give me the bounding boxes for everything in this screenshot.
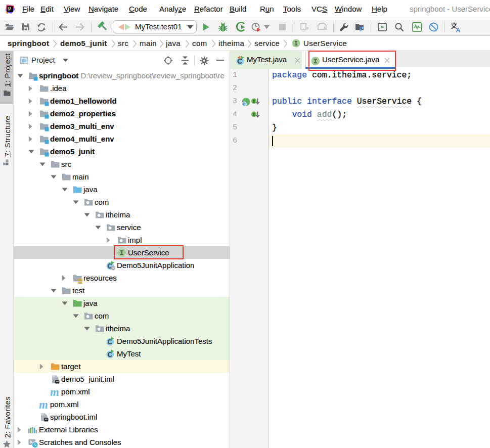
svg-text:m: m (51, 387, 59, 397)
svg-text:m: m (39, 400, 48, 410)
svg-text:IJ: IJ (8, 6, 11, 11)
svg-text:A: A (456, 27, 461, 34)
svg-text:c: c (243, 102, 245, 106)
